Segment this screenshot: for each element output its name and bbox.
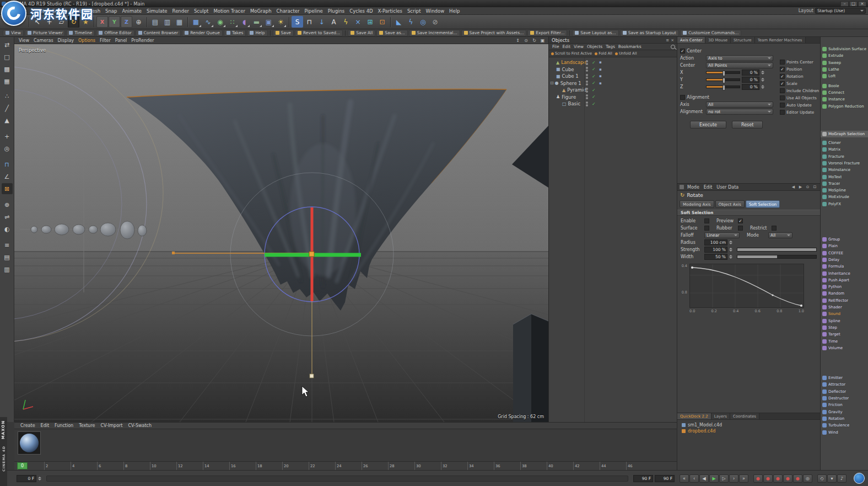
- panel-tab[interactable]: 3D Mouse: [705, 37, 731, 43]
- menu-item[interactable]: Plugins: [325, 8, 347, 14]
- palette-item[interactable]: MoText: [821, 173, 868, 180]
- material-menu-item[interactable]: Edit: [38, 423, 52, 428]
- alignment-dropdown[interactable]: no rot: [706, 109, 773, 115]
- object-tag-icons[interactable]: ▪: [599, 74, 602, 78]
- menu-item[interactable]: Animate: [120, 8, 144, 14]
- x-value-field[interactable]: 0 %: [742, 70, 759, 76]
- strength-slider[interactable]: [737, 248, 817, 252]
- menu-item[interactable]: Select: [50, 8, 69, 14]
- palette-item[interactable]: Friction: [821, 402, 868, 408]
- goto-start-button[interactable]: «: [680, 474, 689, 483]
- next-key-button[interactable]: ›: [729, 474, 738, 483]
- lock-x-axis[interactable]: X: [96, 16, 108, 28]
- palette-item[interactable]: Lathe: [821, 66, 868, 73]
- viewport-menu-item[interactable]: Filter: [98, 38, 113, 43]
- visibility-dots-icon[interactable]: [586, 81, 588, 86]
- toolbar-separator[interactable]: [147, 17, 147, 27]
- enable-snap-icon[interactable]: ⊓: [2, 159, 13, 170]
- toolbar2-button[interactable]: Offline Editor: [96, 30, 134, 36]
- objects-menu-item[interactable]: File: [551, 44, 561, 49]
- checkbox-icon[interactable]: [780, 88, 785, 93]
- visibility-dots-icon[interactable]: [586, 74, 588, 79]
- enabled-check-icon[interactable]: ✓: [592, 74, 596, 79]
- menu-item[interactable]: File: [2, 8, 15, 14]
- toolbar2-button[interactable]: Save Incremental...: [409, 30, 460, 36]
- palette-item[interactable]: Polygon Reduction: [821, 103, 868, 109]
- toolbar2-button[interactable]: View: [3, 30, 24, 36]
- record-position-button[interactable]: ●: [763, 474, 773, 483]
- checkbox-icon[interactable]: [780, 95, 785, 100]
- palette-item[interactable]: MoSpline: [821, 187, 868, 194]
- execute-button[interactable]: Execute: [690, 121, 726, 129]
- live-selection-tool[interactable]: ↖: [31, 16, 43, 28]
- render-picture-viewer-button[interactable]: ▥: [161, 16, 173, 28]
- menu-item[interactable]: Create: [29, 8, 50, 14]
- palette-item[interactable]: Inheritance: [821, 270, 868, 276]
- toolbar2-button[interactable]: Timeline: [66, 30, 95, 36]
- texture-mode-icon[interactable]: ▩: [2, 63, 13, 74]
- prev-key-button[interactable]: ‹: [689, 474, 699, 483]
- viewport-menu-item[interactable]: Options: [76, 38, 98, 43]
- objects-menu-item[interactable]: Objects: [585, 44, 604, 49]
- next-icon[interactable]: ▶: [797, 185, 804, 189]
- menu-item[interactable]: MoGraph: [247, 8, 274, 14]
- axis-option-checkbox[interactable]: ✓ Rotation: [780, 73, 819, 80]
- render-settings-button[interactable]: ▦: [174, 16, 185, 28]
- center-dropdown[interactable]: All Points: [706, 62, 773, 68]
- palette-item[interactable]: Group: [821, 236, 868, 243]
- lock-z-axis[interactable]: Z: [121, 16, 132, 28]
- palette-item[interactable]: PolyFX: [821, 201, 868, 207]
- toolbar2-button[interactable]: Export Filter...: [527, 30, 567, 36]
- object-name[interactable]: Sphere 1: [560, 81, 581, 86]
- toolbar2-button[interactable]: Render Queue: [182, 30, 223, 36]
- quickdock-tab[interactable]: QuickDock 2.2: [677, 413, 711, 419]
- palette-item[interactable]: Target: [821, 331, 868, 338]
- toolbar2-button[interactable]: Save: [273, 30, 294, 36]
- layer-filter-icon[interactable]: ▤: [2, 252, 13, 263]
- palette-item[interactable]: Subdivision Surface: [821, 46, 868, 52]
- panel-options-icon[interactable]: ≡: [666, 38, 669, 42]
- palette-item[interactable]: Attractor: [821, 381, 868, 388]
- viewport-canvas[interactable]: [14, 44, 548, 422]
- make-editable-icon[interactable]: ⇄: [2, 39, 13, 50]
- menu-item[interactable]: Motion Tracer: [211, 8, 248, 14]
- material-thumbnail[interactable]: [18, 431, 41, 455]
- preview-end-field[interactable]: 90 F: [633, 475, 653, 482]
- toggle-view-icon[interactable]: ▣: [539, 38, 546, 44]
- record-parameter-button[interactable]: ●: [793, 474, 802, 483]
- xpresso-button[interactable]: ϟ: [340, 16, 352, 28]
- palette-item[interactable]: Turbulence: [821, 422, 868, 429]
- viewport-menu-item[interactable]: ProRender: [129, 38, 156, 43]
- workplane-mode-icon[interactable]: ▦: [2, 76, 13, 87]
- menu-item[interactable]: Character: [274, 8, 302, 14]
- attributes-menu-item[interactable]: User Data: [714, 185, 741, 190]
- palette-item[interactable]: Plain: [821, 243, 868, 249]
- objects-menu-item[interactable]: Bookmarks: [617, 44, 643, 49]
- object-tree-row[interactable]: ▲ Landscape ✓ ▪: [549, 59, 677, 66]
- menu-item[interactable]: Mesh: [85, 8, 103, 14]
- prev-icon[interactable]: ◀: [790, 185, 796, 189]
- close-button[interactable]: ×: [858, 1, 866, 7]
- minimize-button[interactable]: –: [840, 1, 849, 7]
- toolbar2-button[interactable]: Save as Startup Layout: [620, 30, 679, 36]
- z-value-field[interactable]: 0 %: [742, 84, 759, 90]
- toolbar-separator[interactable]: [187, 17, 188, 27]
- enabled-check-icon[interactable]: ✓: [592, 102, 596, 106]
- search-icon[interactable]: [671, 45, 675, 49]
- palette-item[interactable]: Gravity: [821, 408, 868, 415]
- palette-item[interactable]: Fracture: [821, 153, 868, 160]
- menu-item[interactable]: Sculpt: [191, 8, 211, 14]
- palette-item[interactable]: Python: [821, 284, 868, 290]
- surface-checkbox[interactable]: [704, 226, 709, 231]
- record-scale-button[interactable]: ●: [773, 474, 783, 483]
- menu-item[interactable]: Simulate: [144, 8, 170, 14]
- axis-option-checkbox[interactable]: Include Children: [780, 87, 819, 94]
- viewport-menu-item[interactable]: Display: [56, 38, 77, 43]
- axis-option-checkbox[interactable]: ✓ Scale: [780, 80, 819, 87]
- palette-item[interactable]: Voronoi Fracture: [821, 160, 868, 167]
- palette-item[interactable]: COFFEE: [821, 250, 868, 257]
- z-spinner[interactable]: [761, 85, 764, 89]
- y-slider[interactable]: [706, 78, 740, 81]
- visibility-dots-icon[interactable]: [586, 102, 588, 106]
- palette-item[interactable]: MoGraph Selection: [821, 131, 868, 137]
